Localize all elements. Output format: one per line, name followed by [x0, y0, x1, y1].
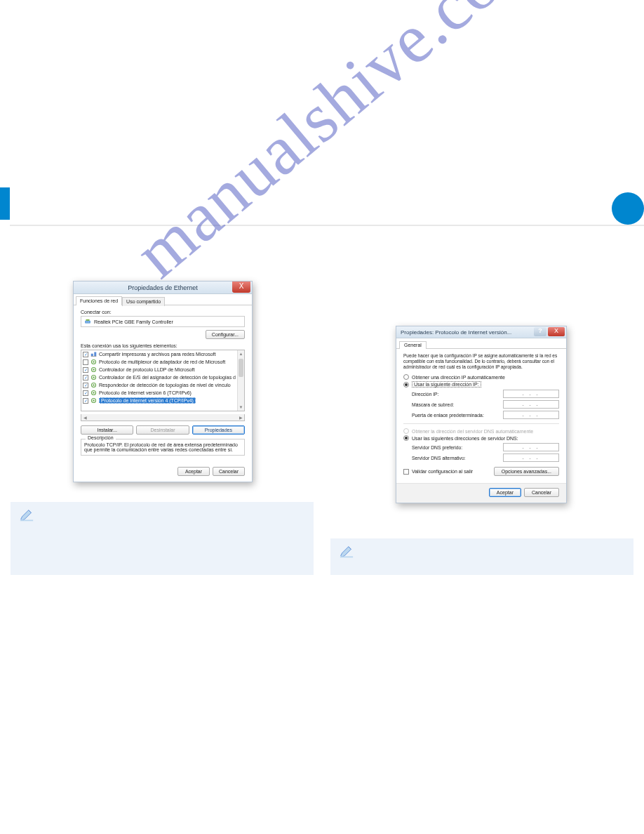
- radio-icon[interactable]: [403, 382, 409, 388]
- accept-button[interactable]: Aceptar: [489, 488, 521, 497]
- page-header-separator: [10, 225, 644, 226]
- network-adapter-icon: [84, 318, 91, 325]
- connect-with-label: Conectar con:: [81, 310, 245, 315]
- note-box: [11, 502, 314, 575]
- scroll-left-icon[interactable]: ◀: [81, 414, 88, 421]
- ip-address-row: Dirección IP: . . .: [412, 390, 559, 398]
- list-item-label: Compartir impresoras y archivos para red…: [99, 352, 216, 357]
- checkbox-icon[interactable]: ✓: [83, 352, 88, 357]
- tab-general[interactable]: General: [399, 341, 427, 349]
- list-item[interactable]: ✓ Controlador de E/S del asignador de de…: [81, 373, 237, 381]
- tab-network-functions[interactable]: Funciones de red: [76, 296, 122, 305]
- share-icon: [90, 351, 97, 357]
- dialog-title-bar[interactable]: Propiedades: Protocolo de Internet versi…: [396, 326, 566, 338]
- install-button[interactable]: Instalar...: [81, 425, 133, 435]
- validate-checkbox-row[interactable]: Validar configuración al salir: [403, 469, 473, 475]
- tab-sharing[interactable]: Uso compartido: [122, 297, 165, 306]
- checkbox-icon[interactable]: ✓: [83, 383, 88, 388]
- scrollbar-thumb[interactable]: [239, 359, 243, 377]
- vertical-scrollbar[interactable]: ▲ ▼: [237, 350, 244, 411]
- radio-label: Usar las siguientes direcciones de servi…: [412, 436, 518, 441]
- horizontal-scrollbar[interactable]: ◀ ▶: [81, 414, 245, 421]
- protocol-list[interactable]: ✓ Compartir impresoras y archivos para r…: [81, 350, 245, 411]
- list-item-label: Controlador de E/S del asignador de dete…: [99, 375, 236, 380]
- gateway-label: Puerta de enlace predeterminada:: [412, 413, 484, 418]
- tab-strip: Funciones de red Uso compartido: [74, 294, 252, 305]
- checkbox-icon[interactable]: ✓: [83, 367, 88, 373]
- configure-button[interactable]: Configurar...: [206, 330, 245, 339]
- elements-label: Esta conexión usa los siguientes element…: [81, 343, 245, 348]
- close-icon: X: [554, 327, 558, 334]
- ip-input[interactable]: . . .: [503, 390, 559, 398]
- list-item-selected[interactable]: ✓ Protocolo de Internet versión 4 (TCP/I…: [81, 397, 237, 404]
- close-button[interactable]: X: [548, 327, 565, 336]
- list-item-label: Controlador de protocolo LLDP de Microso…: [99, 367, 194, 372]
- description-frame: Descripción Protocolo TCP/IP. El protoco…: [81, 439, 245, 456]
- svg-rect-13: [20, 519, 33, 521]
- radio-use-ip[interactable]: Usar la siguiente dirección IP:: [403, 381, 559, 388]
- gateway-input[interactable]: . . .: [503, 411, 559, 419]
- list-item[interactable]: ✓ Compartir impresoras y archivos para r…: [81, 350, 237, 358]
- radio-icon[interactable]: [403, 374, 409, 380]
- list-item-label: Protocolo de multiplexor de adaptador de…: [99, 359, 225, 364]
- protocol-icon: [90, 374, 97, 380]
- radio-auto-ip[interactable]: Obtener una dirección IP automáticamente: [403, 374, 559, 380]
- advanced-button[interactable]: Opciones avanzadas...: [494, 467, 559, 476]
- dns2-input[interactable]: . . .: [503, 454, 559, 462]
- note-pencil-icon: [339, 544, 354, 560]
- checkbox-icon[interactable]: ✓: [83, 375, 88, 380]
- gateway-row: Puerta de enlace predeterminada: . . .: [412, 411, 559, 419]
- adapter-field: Realtek PCIe GBE Family Controller: [81, 316, 245, 327]
- list-item[interactable]: Protocolo de multiplexor de adaptador de…: [81, 358, 237, 366]
- validate-label: Validar configuración al salir: [412, 469, 473, 474]
- list-item-label: Protocolo de Internet versión 4 (TCP/IPv…: [99, 397, 196, 404]
- dns1-input[interactable]: . . .: [503, 443, 559, 451]
- properties-button[interactable]: Propiedades: [192, 425, 245, 435]
- close-button[interactable]: X: [232, 282, 250, 293]
- checkbox-icon[interactable]: ✓: [83, 390, 88, 396]
- scroll-down-icon[interactable]: ▼: [238, 404, 244, 411]
- note-pencil-icon: [19, 508, 34, 523]
- radio-use-dns[interactable]: Usar las siguientes direcciones de servi…: [403, 435, 559, 441]
- mask-label: Máscara de subred:: [412, 402, 454, 407]
- accept-button[interactable]: Aceptar: [177, 467, 210, 476]
- list-item[interactable]: ✓ Respondedor de detección de topologías…: [81, 381, 237, 389]
- list-item[interactable]: ✓ Controlador de protocolo LLDP de Micro…: [81, 366, 237, 373]
- scroll-up-icon[interactable]: ▲: [238, 350, 244, 357]
- dns1-label: Servidor DNS preferido:: [412, 445, 462, 450]
- mask-input[interactable]: . . .: [503, 400, 559, 409]
- scroll-right-icon[interactable]: ▶: [237, 414, 244, 421]
- protocol-icon: [90, 390, 97, 396]
- dialog-title-text: Propiedades: Protocolo de Internet versi…: [401, 329, 511, 336]
- radio-icon[interactable]: [403, 435, 409, 441]
- checkbox-icon[interactable]: [403, 469, 409, 475]
- svg-rect-1: [86, 319, 90, 321]
- uninstall-button: Desinstalar: [136, 425, 189, 435]
- note-box: [330, 538, 633, 575]
- dialog-title-bar[interactable]: Propiedades de Ethernet X: [74, 282, 252, 294]
- tab-strip: General: [396, 338, 566, 349]
- description-text: Protocolo TCP/IP. El protocolo de red de…: [84, 442, 241, 452]
- svg-rect-5: [91, 354, 93, 357]
- cancel-button[interactable]: Cancelar: [213, 467, 245, 476]
- description-legend: Descripción: [86, 435, 116, 440]
- help-button[interactable]: ?: [534, 327, 546, 336]
- radio-label: Obtener la dirección del servidor DNS au…: [412, 429, 533, 434]
- protocol-icon: [90, 397, 97, 404]
- intro-text: Puede hacer que la configuración IP se a…: [403, 353, 559, 370]
- protocol-icon: [90, 366, 97, 373]
- page-header-accent: [0, 187, 10, 220]
- subnet-mask-row: Máscara de subred: . . .: [412, 400, 559, 409]
- checkbox-icon[interactable]: ✓: [83, 398, 88, 404]
- ip-label: Dirección IP:: [412, 392, 439, 397]
- close-icon: X: [239, 282, 244, 290]
- list-item[interactable]: ✓ Protocolo de Internet versión 6 (TCP/I…: [81, 389, 237, 397]
- checkbox-icon[interactable]: [83, 359, 88, 365]
- svg-point-2: [86, 322, 87, 322]
- cancel-button[interactable]: Cancelar: [524, 488, 559, 497]
- protocol-icon: [90, 382, 97, 388]
- adapter-name: Realtek PCIe GBE Family Controller: [94, 319, 173, 324]
- dns-alt-row: Servidor DNS alternativo: . . .: [412, 454, 559, 462]
- svg-point-3: [87, 322, 88, 322]
- radio-icon: [403, 428, 409, 434]
